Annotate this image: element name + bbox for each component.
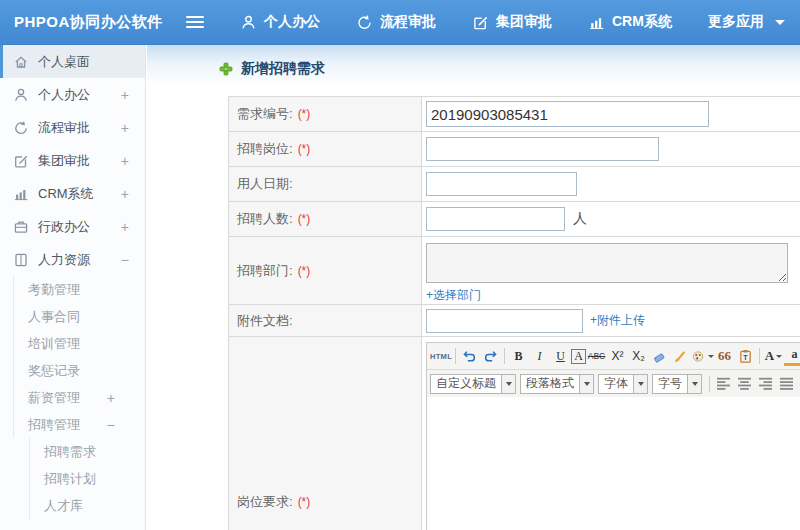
expand-toggle[interactable]: − [121, 253, 129, 267]
sidebar-item[interactable]: 招聘计划 [0, 465, 145, 492]
sidebar-item[interactable]: 流程审批+ [0, 111, 145, 144]
attachment-input[interactable] [426, 309, 583, 333]
page-header: 新增招聘需求 [147, 45, 800, 87]
paste-icon[interactable]: T [735, 346, 756, 366]
form-row-headcount: 招聘人数: (*) 人 [229, 202, 800, 237]
sidebar-item[interactable]: CRM系统+ [0, 177, 145, 210]
expand-toggle[interactable]: + [107, 391, 115, 405]
redo-icon[interactable] [480, 346, 501, 366]
nav-item[interactable]: 个人办公 [240, 13, 320, 31]
underline-button[interactable]: U [550, 346, 571, 366]
add-plus-icon [219, 62, 233, 76]
nav-item[interactable]: 流程审批 [356, 13, 436, 31]
edit-icon [13, 153, 29, 169]
field-label: 招聘人数: (*) [229, 202, 422, 236]
menu-toggle-icon[interactable] [186, 13, 206, 31]
position-input[interactable] [426, 137, 659, 161]
field-label: 招聘部门: (*) [229, 237, 422, 304]
required-marker: (*) [298, 495, 311, 509]
sidebar: 个人桌面个人办公+流程审批+集团审批+CRM系统+行政办公+人力资源−考勤管理人… [0, 45, 146, 530]
expand-toggle[interactable]: − [107, 418, 115, 432]
sidebar-item[interactable]: 招聘管理− [0, 411, 145, 438]
top-nav: 个人办公流程审批集团审批CRM系统更多应用 [240, 13, 785, 31]
sidebar-item[interactable]: 人事合同 [0, 303, 145, 330]
field-label: 岗位要求: (*) [229, 337, 422, 530]
chevron-down-icon[interactable] [687, 375, 701, 393]
subscript-button[interactable]: X₂ [628, 346, 649, 366]
app-window: PHPOA协同办公软件 个人办公流程审批集团审批CRM系统更多应用 个人桌面个人… [0, 0, 800, 530]
html-source-button[interactable]: HTML [430, 346, 452, 366]
book-icon [13, 252, 29, 268]
chevron-down-icon[interactable] [633, 375, 647, 393]
align-right-icon[interactable] [755, 374, 776, 394]
svg-text:T: T [743, 353, 748, 360]
required-marker: (*) [298, 264, 311, 278]
sidebar-item[interactable]: 个人桌面 [0, 45, 145, 78]
sidebar-item[interactable]: 考勤管理 [0, 276, 145, 303]
font-style-button[interactable]: A [571, 349, 586, 364]
italic-button[interactable]: I [529, 346, 550, 366]
user-icon [240, 14, 257, 31]
eraser-icon[interactable] [649, 346, 670, 366]
hire-date-input[interactable] [426, 172, 577, 196]
editor-toolbar-top: HTML B I U A [427, 343, 800, 370]
recruitment-request-form: 需求编号: (*) 招聘岗位: (*) 用人 [228, 96, 800, 530]
format-brush-icon[interactable] [691, 346, 714, 366]
expand-toggle[interactable]: + [121, 154, 129, 168]
superscript-button[interactable]: X² [607, 346, 628, 366]
sidebar-item[interactable]: 集团审批+ [0, 144, 145, 177]
font-family-select[interactable]: 字体 [598, 374, 648, 394]
sidebar-item[interactable]: 人力资源− [0, 243, 145, 276]
expand-toggle[interactable]: + [121, 220, 129, 234]
align-left-icon[interactable] [713, 374, 734, 394]
request-code-input[interactable] [426, 101, 709, 127]
nav-item[interactable]: CRM系统 [588, 13, 672, 31]
chevron-down-icon[interactable] [501, 375, 515, 393]
home-icon [13, 54, 29, 70]
sidebar-item[interactable]: 奖惩记录 [0, 357, 145, 384]
field-label: 需求编号: (*) [229, 97, 422, 131]
sidebar-item[interactable]: 个人办公+ [0, 78, 145, 111]
caret-down-icon[interactable] [775, 20, 785, 25]
headcount-input[interactable] [426, 207, 565, 231]
form-row-position: 招聘岗位: (*) [229, 132, 800, 167]
chart-icon [13, 186, 29, 202]
expand-toggle[interactable]: + [121, 88, 129, 102]
nav-item[interactable]: 更多应用 [708, 13, 785, 31]
expand-toggle[interactable]: + [121, 187, 129, 201]
expand-toggle[interactable]: + [121, 121, 129, 135]
font-color-button[interactable]: A [763, 346, 784, 366]
highlight-color-button[interactable]: a [784, 346, 800, 366]
sidebar-item[interactable]: 行政办公+ [0, 210, 145, 243]
sidebar-item[interactable]: 招聘需求 [0, 438, 145, 465]
strikethrough-button[interactable]: ABC [586, 346, 607, 366]
brush-icon[interactable] [670, 346, 691, 366]
editor-content-area[interactable] [427, 397, 800, 530]
process-icon [13, 120, 29, 136]
chevron-down-icon[interactable] [579, 375, 593, 393]
sidebar-item[interactable]: 薪资管理+ [0, 384, 145, 411]
attachment-upload-link[interactable]: +附件上传 [590, 312, 645, 329]
rich-text-editor: HTML B I U A [426, 342, 800, 530]
nav-item[interactable]: 集团审批 [472, 13, 552, 31]
department-textarea[interactable] [426, 243, 788, 283]
sidebar-item[interactable]: 人才库 [0, 492, 145, 519]
editor-toolbar-bottom: 自定义标题 段落格式 字体 [427, 370, 800, 397]
form-row-request-code: 需求编号: (*) [229, 97, 800, 132]
headcount-unit: 人 [573, 210, 587, 228]
custom-heading-select[interactable]: 自定义标题 [430, 374, 516, 394]
blockquote-button[interactable]: 66 [714, 346, 735, 366]
main-content: 新增招聘需求 需求编号: (*) 招聘岗位: (*) [147, 45, 800, 530]
chart-icon [588, 14, 605, 31]
app-title: PHPOA协同办公软件 [0, 13, 186, 32]
undo-icon[interactable] [459, 346, 480, 366]
select-department-link[interactable]: +选择部门 [426, 287, 481, 304]
form-row-attachment: 附件文档: +附件上传 [229, 305, 800, 337]
paragraph-format-select[interactable]: 段落格式 [520, 374, 594, 394]
align-justify-icon[interactable] [776, 374, 797, 394]
font-size-select[interactable]: 字号 [652, 374, 702, 394]
bold-button[interactable]: B [508, 346, 529, 366]
form-row-department: 招聘部门: (*) +选择部门 [229, 237, 800, 305]
sidebar-item[interactable]: 培训管理 [0, 330, 145, 357]
align-center-icon[interactable] [734, 374, 755, 394]
